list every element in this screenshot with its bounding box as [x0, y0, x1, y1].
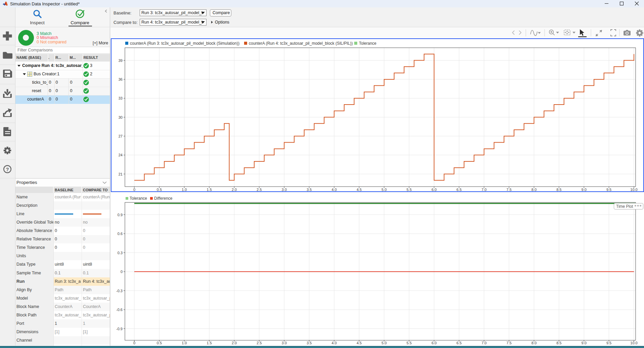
svg-text:4.0: 4.0: [332, 188, 337, 191]
svg-text:3.5: 3.5: [307, 341, 312, 345]
svg-text:1.5: 1.5: [207, 188, 212, 191]
svg-text:5.0: 5.0: [381, 341, 386, 345]
svg-text:Tolerance: Tolerance: [359, 41, 376, 46]
svg-text:6.5: 6.5: [457, 188, 462, 191]
svg-text:9.0: 9.0: [582, 341, 587, 345]
svg-text:1.0: 1.0: [182, 341, 187, 345]
svg-text:4.0: 4.0: [332, 341, 337, 345]
svg-text:1.0: 1.0: [182, 188, 187, 191]
svg-text:8.0: 8.0: [532, 188, 537, 191]
svg-text:2.5: 2.5: [257, 188, 262, 191]
svg-text:7.0: 7.0: [481, 341, 487, 345]
svg-text:24: 24: [119, 153, 123, 157]
svg-text:2.0: 2.0: [232, 188, 237, 191]
svg-text:3.5: 3.5: [307, 188, 312, 191]
svg-text:0.5: 0.5: [157, 341, 162, 345]
svg-text:?: ?: [6, 166, 9, 172]
svg-text:5.5: 5.5: [407, 341, 412, 345]
svg-text:8.0: 8.0: [532, 341, 537, 345]
svg-text:8.5: 8.5: [556, 341, 561, 345]
svg-text:0.6: 0.6: [118, 232, 123, 236]
svg-text:counterA (Run 3: tc3x_autosar_: counterA (Run 3: tc3x_autosar_pil_model_…: [130, 41, 239, 46]
svg-text:-0.6: -0.6: [116, 308, 123, 312]
svg-text:33: 33: [119, 96, 123, 100]
svg-text:9.5: 9.5: [606, 188, 611, 191]
svg-text:0.3: 0.3: [118, 251, 123, 255]
svg-text:9.0: 9.0: [582, 188, 587, 191]
svg-text:1.5: 1.5: [207, 341, 212, 345]
svg-text:6.5: 6.5: [457, 341, 462, 345]
svg-text:7.0: 7.0: [481, 188, 487, 191]
svg-text:10.0: 10.0: [630, 188, 637, 191]
svg-text:2.0: 2.0: [232, 341, 237, 345]
svg-text:5.5: 5.5: [407, 188, 412, 191]
svg-text:3.0: 3.0: [282, 341, 287, 345]
svg-text:10.0: 10.0: [630, 341, 637, 345]
svg-text:0.9: 0.9: [118, 213, 123, 217]
svg-text:Tolerance: Tolerance: [130, 196, 147, 201]
svg-text:27: 27: [119, 134, 123, 138]
svg-text:Difference: Difference: [154, 196, 173, 201]
svg-text:0: 0: [121, 270, 123, 274]
svg-text:7.5: 7.5: [506, 341, 511, 345]
svg-text:-0.3: -0.3: [116, 289, 123, 293]
svg-text:4.5: 4.5: [357, 188, 362, 191]
svg-text:0: 0: [133, 341, 135, 345]
svg-text:6.0: 6.0: [431, 188, 436, 191]
svg-text:counterA (Run 4: tc3x_autosar_: counterA (Run 4: tc3x_autosar_pil_model_…: [249, 41, 353, 46]
svg-text:21: 21: [119, 172, 123, 176]
svg-text:39: 39: [119, 59, 123, 63]
svg-text:6.0: 6.0: [431, 341, 436, 345]
svg-text:3.0: 3.0: [282, 188, 287, 191]
svg-text:36: 36: [119, 77, 123, 81]
svg-text:7.5: 7.5: [506, 188, 511, 191]
svg-text:4.5: 4.5: [357, 341, 362, 345]
svg-text:0: 0: [133, 188, 135, 191]
svg-text:8.5: 8.5: [556, 188, 561, 191]
svg-text:2.5: 2.5: [257, 341, 262, 345]
svg-text:-0.9: -0.9: [116, 327, 123, 331]
svg-text:30: 30: [119, 115, 123, 119]
svg-text:5.0: 5.0: [381, 188, 386, 191]
svg-text:9.5: 9.5: [606, 341, 611, 345]
svg-text:0.5: 0.5: [157, 188, 162, 191]
